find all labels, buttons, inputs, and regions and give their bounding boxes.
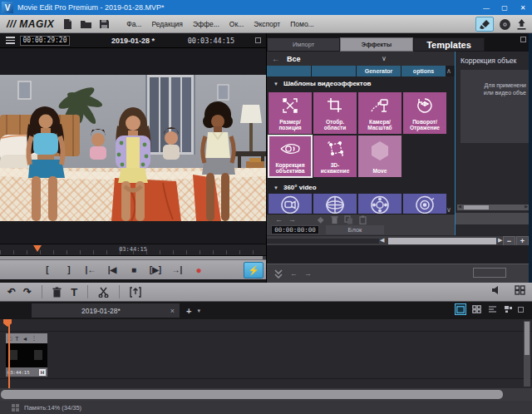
collapse-icon[interactable]: ▼: [273, 185, 278, 190]
collapse-icon[interactable]: ▼: [273, 81, 278, 86]
multicam-mode-icon[interactable]: [502, 303, 514, 315]
effect-tile-camera-zoom[interactable]: Камера/ Масштаб: [358, 92, 401, 134]
menu-file[interactable]: Фа...: [121, 20, 146, 28]
mute-speaker-icon[interactable]: [491, 285, 501, 295]
effect-tile-crop[interactable]: Отобр. области: [313, 92, 357, 134]
preset-slot[interactable]: [473, 268, 506, 278]
expand-down-icon[interactable]: [273, 269, 283, 278]
kf-prev-icon[interactable]: ←: [275, 215, 283, 224]
timeline-playhead[interactable]: [8, 319, 10, 388]
preview-menu-icon[interactable]: [6, 35, 15, 46]
scroll-left-icon[interactable]: ◀: [380, 237, 384, 244]
export-range-icon[interactable]: [130, 287, 141, 298]
keyframe-icon[interactable]: [316, 215, 325, 224]
jump-start-button[interactable]: |←: [80, 265, 101, 274]
menu-export[interactable]: Экспорт: [249, 20, 285, 28]
subtab-2[interactable]: [312, 66, 356, 76]
block-button[interactable]: Блок: [326, 225, 384, 234]
edit-mode-button[interactable]: [475, 17, 494, 32]
jump-end-button[interactable]: →|: [166, 265, 188, 274]
timeline-hscroll[interactable]: [0, 388, 532, 401]
delete-icon[interactable]: [52, 287, 62, 298]
kf-next-icon[interactable]: →: [288, 215, 296, 224]
range-out-button[interactable]: ]: [58, 265, 80, 274]
undo-icon[interactable]: ↶: [7, 286, 16, 298]
copy-icon[interactable]: [344, 215, 353, 224]
timeline-mode-icon[interactable]: [455, 303, 466, 315]
menu-effects[interactable]: Эффе...: [188, 20, 224, 28]
effect-tile-360-a[interactable]: [268, 194, 312, 216]
effect-tile-lens-correction[interactable]: Коррекция объектива: [268, 136, 312, 177]
keyframe-timecode[interactable]: 00:00:00:00: [271, 225, 319, 234]
maximize-button[interactable]: ▢: [495, 0, 514, 15]
overview-mode-icon[interactable]: [486, 303, 498, 315]
add-movie-button[interactable]: +: [186, 306, 191, 316]
open-folder-icon[interactable]: [80, 18, 92, 30]
chevron-down-icon[interactable]: ∨: [382, 55, 387, 62]
split-scissors-icon[interactable]: [98, 287, 109, 298]
tab-import[interactable]: Импорт: [267, 37, 340, 52]
menu-edit[interactable]: Редакция: [146, 20, 187, 28]
timeline-tracks[interactable]: □ T ◄ ⋮ 03:44:15 H: [0, 319, 532, 388]
clip-menu-icon[interactable]: ⋮: [31, 335, 37, 342]
undock-panel-icon[interactable]: [520, 37, 526, 42]
clip-audio-icon[interactable]: ◄: [22, 336, 28, 342]
playhead-grabber[interactable]: [3, 319, 12, 327]
nav-back-icon[interactable]: ←: [290, 269, 298, 278]
timeline-hscroll-thumb[interactable]: [1, 390, 503, 399]
storyboard-mode-icon[interactable]: [470, 303, 482, 315]
play-button[interactable]: [▶]: [145, 265, 166, 274]
category-filter[interactable]: Все: [287, 55, 301, 63]
close-tab-icon[interactable]: ×: [170, 307, 175, 315]
effect-tile-3d-distortion[interactable]: 3D- искажение: [313, 136, 357, 177]
video-clip[interactable]: □ T ◄ ⋮ 03:44:15 H: [6, 333, 47, 377]
preview-scrubber[interactable]: 03:44:15: [0, 244, 266, 256]
undock-timeline-icon[interactable]: [518, 307, 524, 313]
subtab-generator[interactable]: Generator: [357, 66, 401, 76]
section-video-effects[interactable]: ▼ Шаблоны видеоэффектов: [267, 77, 455, 90]
effect-tile-360-d[interactable]: [403, 194, 446, 216]
minimize-button[interactable]: —: [477, 0, 495, 15]
tab-list-caret-icon[interactable]: ▾: [197, 308, 200, 314]
preview-playhead[interactable]: [33, 245, 42, 252]
effect-tile-rotate-mirror[interactable]: Поворот/ Отражение: [403, 92, 446, 134]
effect-tile-move[interactable]: Move: [358, 136, 401, 177]
subtab-options[interactable]: options: [401, 66, 446, 76]
scroll-down-icon[interactable]: ∨: [446, 206, 451, 214]
video-preview[interactable]: [0, 48, 266, 244]
mixer-grid-icon[interactable]: [515, 285, 525, 295]
record-button[interactable]: ●: [188, 264, 209, 276]
hscroll-thumb[interactable]: [388, 238, 496, 244]
back-arrow-icon[interactable]: ←: [272, 54, 280, 63]
menu-help[interactable]: Помо...: [285, 20, 319, 28]
tab-effects[interactable]: Эффекты: [340, 37, 413, 52]
range-in-button[interactable]: [: [37, 265, 58, 274]
undock-preview-icon[interactable]: [255, 37, 261, 43]
close-button[interactable]: ✕: [514, 0, 532, 15]
export-upload-icon[interactable]: [516, 18, 527, 30]
timeline-vscroll[interactable]: [524, 321, 530, 387]
subtab-1[interactable]: [267, 66, 311, 76]
frame-back-button[interactable]: |◀: [101, 265, 123, 274]
scroll-up-icon[interactable]: ∧: [446, 67, 451, 75]
menu-window[interactable]: Ок...: [224, 20, 249, 28]
clip-title-icon[interactable]: T: [15, 336, 18, 342]
section-360-video[interactable]: ▼ 360° video: [267, 181, 455, 194]
effect-tile-size-position[interactable]: Размер/ позиция: [268, 92, 312, 134]
scroll-right-icon[interactable]: ▶: [498, 237, 502, 244]
properties-hscroll[interactable]: ◀ ▶: [457, 205, 529, 210]
save-icon[interactable]: [99, 18, 110, 30]
current-timecode[interactable]: 00:00:29:20: [20, 36, 70, 46]
stop-button[interactable]: ■: [123, 265, 145, 274]
delete-keyframe-icon[interactable]: [331, 215, 338, 224]
redo-icon[interactable]: ↷: [23, 286, 32, 298]
effect-tile-360-b[interactable]: [313, 194, 357, 216]
new-project-icon[interactable]: [62, 18, 73, 30]
effect-tile-360-c[interactable]: [358, 194, 401, 216]
title-text-icon[interactable]: T: [71, 286, 77, 298]
paste-icon[interactable]: [359, 215, 367, 224]
movie-tab[interactable]: 2019-01-28* ×: [32, 303, 180, 318]
burn-disc-icon[interactable]: [499, 18, 511, 31]
tab-templates[interactable]: Templates: [413, 37, 485, 52]
nav-fwd-icon[interactable]: →: [304, 269, 312, 278]
